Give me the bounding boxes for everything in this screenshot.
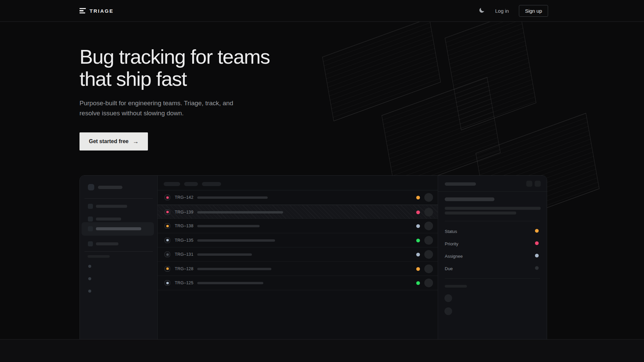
assignee-avatar	[424, 264, 433, 273]
theme-toggle-button[interactable]	[479, 7, 485, 14]
signup-button[interactable]: Sign up	[519, 5, 548, 17]
status-icon	[165, 280, 170, 286]
sidebar-footer-dot	[88, 290, 91, 293]
mockup-detail-panel: Status Priority Assignee Due	[438, 176, 547, 340]
hero-section: Bug tracking for teamsthat ship fast Pur…	[0, 22, 644, 340]
issue-title-skeleton	[197, 225, 260, 227]
mockup-sidebar	[80, 176, 158, 340]
panel-field-value-dot	[535, 254, 539, 257]
issue-id: TRG–135	[175, 238, 194, 243]
sidebar-item-icon	[88, 241, 93, 246]
priority-dot	[416, 267, 420, 271]
issue-id: TRG–125	[175, 281, 194, 285]
issue-id: TRG–142	[175, 195, 194, 200]
assignee-avatar	[424, 193, 433, 202]
status-icon	[165, 266, 170, 272]
sidebar-item-icon	[88, 226, 93, 231]
avatar	[444, 307, 452, 315]
status-icon	[165, 252, 170, 257]
issue-row: TRG–131	[158, 247, 438, 262]
brand-logo[interactable]: TRIAGE	[79, 8, 114, 14]
status-icon	[165, 209, 170, 215]
panel-field: Status	[445, 228, 540, 234]
issue-id: TRG–138	[175, 224, 194, 228]
panel-field-label: Assignee	[445, 254, 463, 259]
priority-dot	[416, 196, 420, 199]
sidebar-item-label-skeleton	[96, 218, 121, 221]
sidebar-item-skeleton	[82, 222, 154, 236]
status-icon	[165, 195, 170, 200]
panel-field-label: Due	[445, 266, 453, 271]
issue-row: TRG–125	[158, 276, 438, 290]
workspace-icon	[88, 184, 94, 190]
panel-title-skeleton	[445, 182, 476, 186]
issue-title-skeleton	[197, 282, 263, 284]
sidebar-item-skeleton	[82, 200, 154, 213]
panel-action-icon	[526, 181, 532, 187]
panel-divider	[445, 278, 540, 279]
panel-field-value-dot	[535, 241, 539, 245]
issue-id: TRG–139	[175, 210, 194, 215]
assignee-avatar	[424, 236, 433, 245]
login-button[interactable]: Log in	[495, 8, 509, 14]
sidebar-item-label-skeleton	[96, 205, 127, 208]
panel-divider	[445, 221, 540, 221]
issue-title-skeleton	[197, 196, 268, 199]
sidebar-item-icon	[88, 217, 93, 222]
brand-name: TRIAGE	[90, 8, 114, 14]
sidebar-divider	[85, 251, 153, 252]
activity-label-skeleton	[445, 285, 467, 288]
filter-pill-skeleton	[164, 182, 180, 186]
panel-field-value-dot	[535, 229, 539, 233]
status-icon	[165, 238, 170, 243]
issue-row: TRG–142	[158, 190, 438, 205]
triage-bars-icon	[79, 8, 86, 14]
issue-title-skeleton	[197, 253, 252, 256]
panel-action-icon	[535, 181, 541, 187]
app-mockup-card: TRG–142 TRG–139 TRG–138 TRG–135 TRG–131 …	[79, 175, 547, 340]
assignee-avatar	[424, 279, 433, 287]
filter-pill-skeleton	[202, 182, 221, 186]
sidebar-footer-dot	[88, 265, 91, 268]
sidebar-item-icon	[88, 204, 93, 209]
issue-id: TRG–131	[175, 252, 194, 257]
page-title: Bug tracking for teamsthat ship fast	[79, 46, 270, 90]
sidebar-divider	[85, 198, 153, 199]
sidebar-section-skeleton	[88, 255, 110, 258]
status-icon	[165, 223, 170, 229]
issue-text-skeleton	[445, 212, 516, 215]
get-started-button[interactable]: Get started free →	[79, 132, 148, 150]
panel-field: Priority	[445, 241, 540, 246]
priority-dot	[416, 281, 420, 285]
mockup-issue-list: TRG–142 TRG–139 TRG–138 TRG–135 TRG–131 …	[158, 176, 438, 340]
wireframe-slab	[382, 77, 501, 191]
assignee-avatar	[424, 208, 433, 217]
assignee-avatar	[424, 222, 433, 230]
sidebar-item-label-skeleton	[96, 242, 118, 245]
panel-field-label: Status	[445, 229, 457, 234]
issue-row: TRG–135	[158, 233, 438, 248]
workspace-name-skeleton	[98, 186, 122, 189]
issue-title-skeleton	[197, 268, 271, 270]
assignee-avatar	[424, 250, 433, 259]
panel-field-value-dot	[535, 266, 539, 270]
issue-row: TRG–138	[158, 219, 438, 233]
priority-dot	[416, 253, 420, 256]
wireframe-slab	[445, 22, 536, 130]
panel-field: Due	[445, 265, 540, 271]
footer-band	[0, 340, 644, 362]
issue-text-skeleton	[445, 207, 541, 210]
wireframe-slab	[322, 22, 441, 121]
nav-actions: Log in Sign up	[479, 5, 548, 17]
sidebar-footer-dot	[88, 277, 91, 280]
panel-field: Assignee	[445, 253, 540, 258]
hero-subtitle: Purpose-built for engineering teams. Tri…	[79, 98, 240, 118]
issue-id: TRG–128	[175, 266, 194, 271]
panel-divider	[438, 191, 547, 192]
issue-title-skeleton	[445, 197, 494, 201]
issue-title-skeleton	[197, 211, 283, 214]
issue-row: TRG–128	[158, 262, 438, 276]
issue-title-skeleton	[197, 239, 275, 242]
arrow-right-icon: →	[132, 138, 139, 145]
priority-dot	[416, 210, 420, 214]
